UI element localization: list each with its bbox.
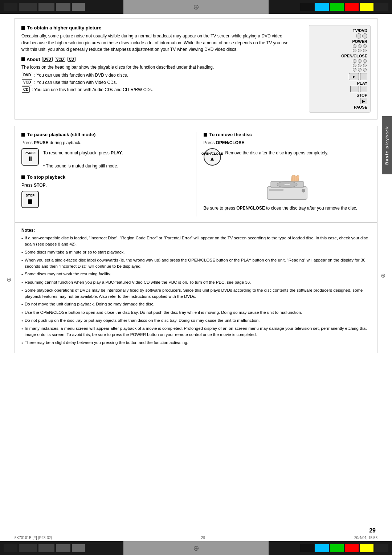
note-item-1: • If a non-compatible disc is loaded, "I… [21,235,371,248]
play-btn-remote: ▶ [349,73,359,80]
remove-button-demo: OPEN/CLOSE ▲ Remove the disc after the d… [204,148,371,166]
note-item-6: • Some playback operations of DVDs may b… [21,287,371,300]
top-bar-left [0,0,123,14]
note-bullet-11: • [21,340,23,346]
stop-icon-symbol: ⏹ [27,198,33,206]
top-bar-center: ⊕ [123,0,269,14]
top-left-column: To obtain a higher quality picture Occas… [21,25,291,113]
stop-bullet [21,175,25,179]
footer: 5K70101B [E] (P28-32) 29 20/4/04, 15:53 [15,536,377,540]
remote-dots-top [312,44,367,52]
bottom-block-5 [72,544,85,552]
note-item-7: • Do not move the unit during playback. … [21,301,371,308]
stop-btn-remote [350,86,359,92]
about-bullet [21,57,25,61]
dot-10 [353,64,356,67]
note-text-6: Some playback operations of DVDs may be … [25,287,371,300]
note-item-9: • Do not push up on the disc tray or put… [21,317,371,324]
higher-quality-title: To obtain a higher quality picture [27,25,101,31]
note-text-2: Some discs may take a minute or so to st… [25,249,124,255]
pause-title: To pause playback (still mode) [27,132,95,137]
color-block-black [300,3,314,11]
dot-9 [363,59,367,63]
bottom-bar-left [0,541,123,555]
power-label: POWER [352,39,367,44]
note-text-5: Resuming cannot function when you play a… [25,279,251,285]
top-section: To obtain a higher quality picture Occas… [15,18,377,119]
bottom-crosshair: ⊕ [193,544,199,552]
sidebar-label-text: Basic playback [385,126,389,165]
about-dvd-text: : You can use this function with DVD vid… [34,72,128,78]
dot-8 [358,59,362,63]
pause-bullet [21,133,25,137]
pause-icon-label: PAUSE [25,151,36,155]
note-bullet-5: • [21,280,23,286]
sidebar-tab: Basic playback [382,116,392,174]
color-block-green [330,3,344,11]
note-bullet-1: • [21,235,23,242]
bottom-color-2 [315,544,329,552]
remote-btn-extra [360,73,367,80]
bottom-block-2 [19,544,37,552]
stop-label: STOP [356,93,367,97]
pause-heading: To pause playback (still mode) [21,132,189,137]
about-dvd-item: DVD : You can use this function with DVD… [21,72,291,78]
note-text-4: Some discs may not work the resuming fac… [25,271,111,277]
pause-bold: PAUSE [34,140,48,145]
note-item-11: • There may be a slight delay between yo… [21,340,371,346]
note-text-10: In many instances, a menu screen will ap… [25,325,371,338]
middle-left: To pause playback (still mode) Press PAU… [21,132,196,216]
svg-rect-5 [302,189,305,193]
notes-section: Notes: • If a non-compatible disc is loa… [15,223,377,353]
higher-quality-heading: To obtain a higher quality picture [21,25,291,31]
tv-dvd-label: TV/DVD [353,28,367,33]
remove-section: To remove the disc Press OPEN/CLOSE. OPE… [204,132,371,211]
top-bar-block-3 [38,3,54,11]
note-item-2: • Some discs may take a minute or so to … [21,249,371,256]
play-bold: PLAY [111,150,122,155]
pause-instruction: Press PAUSE during playback. [21,139,189,146]
about-heading: About DVD VCD CD [21,57,291,62]
pause-section: To pause playback (still mode) Press PAU… [21,132,189,169]
dot-15 [363,68,367,72]
dot-11 [358,64,362,67]
pause-button-icon: PAUSE ⏸ [21,148,39,166]
dot-13 [353,68,356,72]
middle-right: To remove the disc Press OPEN/CLOSE. OPE… [196,132,371,216]
note-item-4: • Some discs may not work the resuming f… [21,271,371,278]
remote-btn-2 [362,33,367,39]
note-text-7: Do not move the unit during playback. Do… [25,301,154,307]
bottom-color-5 [360,544,373,552]
stop-icon-label: STOP [26,194,34,197]
pause-button-desc: To resume normal playback, press PLAY. •… [43,148,123,169]
stop-bold: STOP [34,183,45,188]
stop-heading: To stop playback [21,174,189,180]
vcd-badge: VCD [55,57,65,62]
stop-title: To stop playback [27,174,65,180]
color-block-red [345,3,359,11]
about-dvd-badge: DVD [22,72,32,78]
note-bullet-3: • [21,258,23,264]
note-text-11: There may be a slight delay between you … [25,340,188,346]
note-bullet-6: • [21,288,23,294]
dot-1 [353,44,356,48]
close-note: Be sure to press OPEN/CLOSE to close the… [204,205,371,211]
dot-12 [363,64,367,67]
top-bar-block-4 [56,3,70,11]
crosshair-right: ⊕ [381,272,385,279]
open-close-icon-symbol: ▲ [209,155,215,162]
disc-tray-svg [260,169,314,201]
color-block-dark [375,3,388,11]
footer-center: 29 [201,536,205,540]
remote-diagram-column: TV/DVD POWER [298,25,371,113]
bottom-block-4 [56,544,70,552]
pause-label: PAUSE [354,105,367,109]
note-text-1: If a non-compatible disc is loaded, "Inc… [25,235,371,248]
about-cd-text: : You can use this function with Audio C… [32,86,153,93]
remote-extra-2 [360,86,367,92]
pause-btn-remote: ▶ [360,98,367,104]
about-title: About [26,57,40,62]
top-bar-block-1 [4,3,17,11]
note-bullet-8: • [21,310,23,316]
note-text-9: Do not push up on the disc tray or put a… [25,317,260,324]
